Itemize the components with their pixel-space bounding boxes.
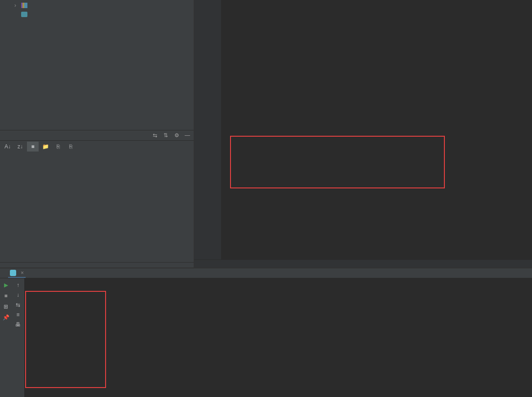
- pin-icon[interactable]: 📌: [2, 313, 10, 321]
- external-libraries-item[interactable]: ›: [0, 1, 194, 10]
- structure-scrollbar[interactable]: [0, 262, 194, 268]
- run-console[interactable]: [24, 278, 532, 397]
- structure-list: [0, 152, 194, 263]
- run-header: ×: [0, 268, 532, 278]
- minimize-icon[interactable]: —: [184, 132, 191, 139]
- down-icon[interactable]: ↓: [14, 291, 22, 299]
- run-toolbar-right: ↑ ↓ ⇆ ≡ 🖶: [12, 278, 24, 397]
- collapse-icon[interactable]: ⇅: [162, 132, 169, 139]
- editor-gutter[interactable]: [194, 0, 221, 259]
- scratches-icon: [21, 12, 27, 17]
- gopher-icon: [10, 270, 16, 276]
- show-fields-icon[interactable]: ■: [27, 142, 39, 152]
- gear-icon[interactable]: ⚙: [173, 132, 180, 139]
- editor-code[interactable]: [221, 0, 532, 259]
- external-libraries-icon: [21, 3, 27, 8]
- autoscroll-icon[interactable]: ⎘: [52, 142, 64, 152]
- stop-icon[interactable]: ■: [2, 292, 10, 300]
- breadcrumb[interactable]: [194, 259, 532, 268]
- scratches-item[interactable]: [0, 10, 194, 19]
- rerun-icon[interactable]: ▶: [2, 281, 10, 289]
- run-toolbar-left: ▶ ■ ⊞ 📌: [0, 278, 12, 397]
- highlight-box: [230, 136, 445, 188]
- print-icon[interactable]: 🖶: [14, 321, 22, 329]
- project-tree: ›: [0, 0, 194, 23]
- structure-toolbar: A↓ z↓ ■ 📁 ⎘ ⎘: [0, 141, 194, 152]
- sort-visibility-icon[interactable]: z↓: [14, 142, 26, 152]
- up-icon[interactable]: ↑: [14, 281, 22, 289]
- scroll-icon[interactable]: ≡: [14, 311, 22, 319]
- close-icon[interactable]: ×: [21, 270, 24, 276]
- run-tab[interactable]: ×: [8, 269, 26, 278]
- autoscroll2-icon[interactable]: ⎘: [65, 142, 76, 152]
- structure-header: ⇆ ⇅ ⚙ —: [0, 130, 194, 141]
- folder-icon[interactable]: 📁: [40, 142, 51, 152]
- console-highlight-box: [25, 291, 106, 388]
- layout-icon[interactable]: ⊞: [2, 303, 10, 311]
- softwrap-icon[interactable]: ⇆: [14, 301, 22, 309]
- sort-alpha-icon[interactable]: A↓: [2, 142, 13, 152]
- expand-icon[interactable]: ⇆: [151, 132, 159, 139]
